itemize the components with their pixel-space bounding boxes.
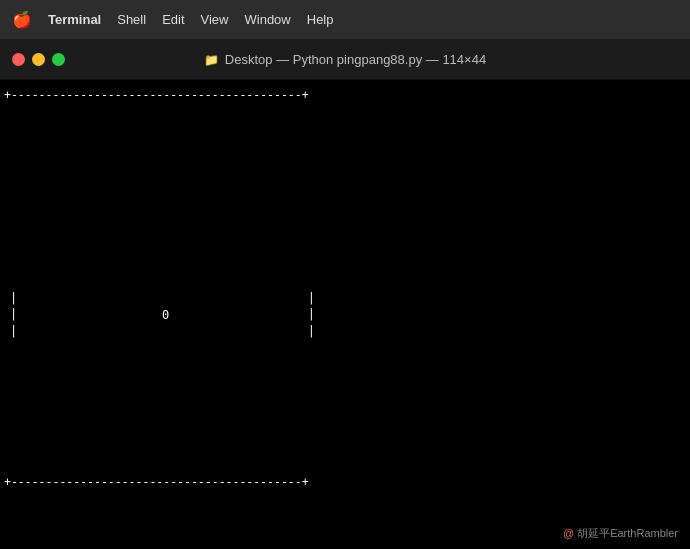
left-paddle: | | | — [10, 289, 17, 339]
weibo-icon: @ — [563, 527, 574, 539]
terminal-window[interactable]: +---------------------------------------… — [0, 80, 690, 549]
watermark-text: 胡延平EarthRambler — [577, 527, 678, 539]
traffic-lights — [12, 53, 65, 66]
menu-bar: 🍎 Terminal Shell Edit View Window Help — [0, 0, 690, 40]
menu-help[interactable]: Help — [307, 12, 334, 27]
menu-shell[interactable]: Shell — [117, 12, 146, 27]
title-label: Desktop — Python pingpang88.py — 114×44 — [225, 52, 486, 67]
game-area: +---------------------------------------… — [0, 80, 690, 549]
menu-terminal[interactable]: Terminal — [48, 12, 101, 27]
maximize-button[interactable] — [52, 53, 65, 66]
right-paddle-bot: | — [308, 323, 315, 340]
left-paddle-mid: | — [10, 306, 17, 323]
minimize-button[interactable] — [32, 53, 45, 66]
title-bar: 📁 Desktop — Python pingpang88.py — 114×4… — [0, 40, 690, 80]
top-border: +---------------------------------------… — [4, 88, 309, 102]
right-paddle-mid: | — [308, 306, 315, 323]
left-paddle-top: | — [10, 289, 17, 306]
close-button[interactable] — [12, 53, 25, 66]
right-paddle: | | | — [308, 289, 315, 339]
folder-icon: 📁 — [204, 53, 219, 67]
window-title: 📁 Desktop — Python pingpang88.py — 114×4… — [204, 52, 486, 67]
score-display: 0 — [162, 308, 169, 322]
watermark: @ 胡延平EarthRambler — [563, 526, 678, 541]
menu-window[interactable]: Window — [245, 12, 291, 27]
apple-menu[interactable]: 🍎 — [12, 10, 32, 29]
menu-view[interactable]: View — [201, 12, 229, 27]
left-paddle-bot: | — [10, 323, 17, 340]
bottom-border: +---------------------------------------… — [4, 475, 309, 489]
menu-edit[interactable]: Edit — [162, 12, 184, 27]
right-paddle-top: | — [308, 289, 315, 306]
